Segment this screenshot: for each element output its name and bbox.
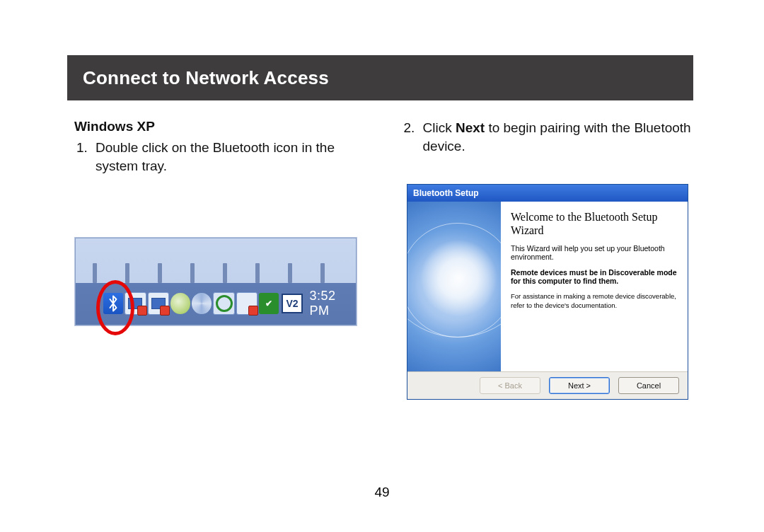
network-monitor-icon: [148, 292, 169, 315]
step-2: Click Next to begin pairing with the Blu…: [419, 119, 694, 155]
right-steps: Click Next to begin pairing with the Blu…: [395, 119, 694, 155]
wizard-line2: Remote devices must be in Discoverable m…: [511, 268, 678, 285]
wizard-heading: Welcome to the Bluetooth Setup Wizard: [511, 210, 678, 237]
disc-icon: [192, 293, 212, 314]
wizard-line1: This Wizard will help you set up your Bl…: [511, 244, 678, 261]
system-tray-figure: ✔ V2 3:52 PM: [74, 237, 357, 326]
left-column: Windows XP Double click on the Bluetooth…: [67, 119, 366, 326]
manual-page: Connect to Network Access Windows XP Dou…: [0, 0, 764, 532]
globe-icon: [170, 293, 190, 314]
wizard-line3: For assistance in making a remote device…: [511, 292, 678, 310]
highlight-circle: [96, 280, 134, 335]
section-title: Connect to Network Access: [83, 67, 329, 89]
wizard-body: Welcome to the Bluetooth Setup Wizard Th…: [407, 202, 688, 371]
section-title-bar: Connect to Network Access: [67, 55, 693, 100]
vnc-badge: V2: [282, 294, 302, 313]
bluetooth-setup-wizard: Bluetooth Setup Welcome to the Bluetooth…: [407, 184, 688, 400]
next-button[interactable]: Next >: [549, 377, 610, 394]
step2-prefix: Click: [423, 120, 456, 135]
taskbar-ticks: [75, 238, 357, 283]
page-number: 49: [0, 485, 764, 500]
wizard-sidebar-art: [407, 202, 501, 371]
step-1: Double click on the Bluetooth icon in th…: [91, 139, 366, 175]
wizard-footer: < Back Next > Cancel: [407, 371, 688, 399]
wizard-content: Welcome to the Bluetooth Setup Wizard Th…: [501, 202, 688, 371]
lan-icon: [236, 292, 257, 315]
os-heading: Windows XP: [74, 119, 366, 134]
antivirus-icon: [213, 292, 234, 315]
tray-icon-row: ✔ V2 3:52 PM: [103, 289, 357, 318]
wizard-titlebar: Bluetooth Setup: [407, 185, 688, 202]
left-steps: Double click on the Bluetooth icon in th…: [67, 139, 366, 175]
shield-icon: ✔: [259, 293, 279, 314]
back-button[interactable]: < Back: [480, 377, 540, 394]
step2-bold: Next: [456, 120, 485, 135]
tray-clock: 3:52 PM: [310, 289, 357, 318]
cancel-button[interactable]: Cancel: [618, 377, 679, 394]
